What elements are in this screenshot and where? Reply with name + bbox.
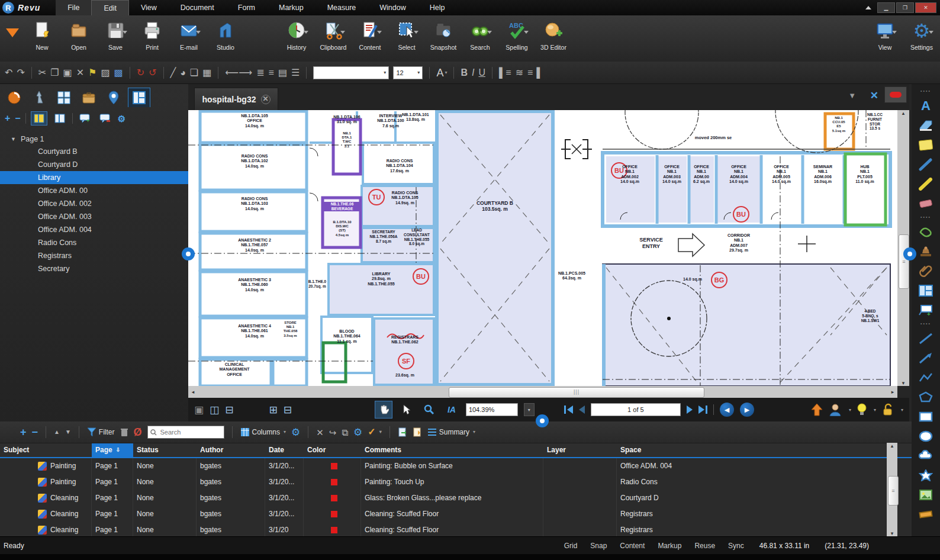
tree-item-space[interactable]: Office ADM. 004 [0, 223, 188, 236]
dimension-arrow-icon[interactable]: ⟵⟶ [225, 68, 252, 78]
column-header-status[interactable]: Status [133, 443, 197, 457]
markup-table-row[interactable]: Cleaning Page 1 None bgates 3/1/20... Cl… [0, 506, 912, 522]
right-panel-splitter-handle[interactable] [903, 247, 916, 260]
search-button[interactable]: Search [462, 15, 498, 51]
horizontal-scroll-thumb[interactable]: ||| [449, 387, 704, 398]
markup-list-scrollbar[interactable]: ▴ ≡ ▾ [887, 443, 897, 536]
lift-region-icon[interactable]: ↺ [149, 68, 156, 78]
font-color-icon[interactable]: A▾ [436, 67, 447, 78]
status-toggle[interactable]: Reuse [694, 542, 715, 550]
note-tool-icon[interactable] [918, 138, 933, 152]
split-vertical-icon[interactable]: ◫ [210, 405, 219, 415]
pan-tool-button[interactable] [375, 401, 392, 419]
stamp-tool-icon[interactable] [918, 244, 933, 259]
status-toggle[interactable]: Grid [564, 542, 578, 550]
studio-button[interactable]: Studio [207, 15, 244, 51]
remove-comment-icon[interactable] [98, 112, 113, 125]
columns-settings-gear-icon[interactable]: ⚙ [291, 427, 300, 437]
scroll-left-icon[interactable]: ◂ [188, 386, 198, 398]
add-comment-icon[interactable]: + [78, 112, 93, 125]
menu-item[interactable]: Document [169, 0, 226, 15]
menu-item[interactable]: View [129, 0, 169, 15]
menu-item[interactable]: Measure [316, 0, 368, 15]
redo-icon[interactable]: ↷ [17, 68, 24, 78]
align-center-icon[interactable]: ≋ [516, 68, 523, 78]
tab-file-access[interactable] [4, 88, 25, 107]
polygon-star-tool-icon[interactable] [918, 468, 933, 482]
tree-item-space[interactable]: Office ADM. 003 [0, 210, 188, 223]
markup-table-row[interactable]: Cleaning Page 1 None bgates 3/1/20 Clean… [0, 522, 912, 536]
collapse-ribbon-icon[interactable] [865, 6, 871, 9]
rectangle-tool-icon[interactable] [918, 410, 933, 424]
tree-item-space[interactable]: Registrars [0, 249, 188, 262]
tree-expand-icon[interactable]: ▼ [11, 136, 16, 142]
opacity-icon[interactable]: ◕ [180, 68, 186, 78]
line-tool-icon[interactable] [918, 332, 933, 346]
bullet-list-icon[interactable]: ≣ [256, 68, 264, 78]
align-right-icon[interactable]: ≡▐ [527, 68, 540, 78]
markup-settings-gear-icon[interactable]: ⚙ [353, 427, 362, 437]
markup-table-row[interactable]: Painting Page 1 None bgates 3/1/20... Pa… [0, 458, 912, 474]
flatten-up-arrow-icon[interactable] [811, 403, 823, 416]
tree-item-space[interactable]: Office ADM. 002 [0, 197, 188, 210]
left-panel-splitter-handle[interactable] [182, 247, 195, 260]
tab-list-dropdown-icon[interactable]: ▼ [848, 91, 856, 100]
tab-places[interactable] [103, 88, 124, 107]
tab-bookmarks[interactable] [28, 88, 50, 107]
font-size-select[interactable]: 12▾ [393, 66, 423, 79]
numbered-list-icon[interactable]: ≡ [269, 68, 274, 78]
close-document-icon[interactable]: ✕ [870, 89, 878, 102]
lightbulb-icon[interactable] [857, 403, 867, 416]
zoom-level-select[interactable]: 104.39% [466, 403, 518, 416]
column-header-layer[interactable]: Layer [543, 443, 617, 457]
split-horizontal-icon[interactable]: ⊟ [225, 405, 233, 415]
menu-item[interactable]: File [56, 0, 91, 15]
remove-space-icon[interactable]: − [15, 114, 20, 123]
settings-button[interactable]: ⚙ Settings [903, 15, 940, 51]
summary-button[interactable]: Summary▾ [427, 428, 475, 436]
columns-button[interactable]: Columns▾ [240, 427, 286, 437]
lasso-tool-icon[interactable] [918, 225, 933, 239]
spaces-tool-icon[interactable] [918, 284, 933, 298]
history-button[interactable]: History [278, 15, 315, 51]
spaces-list-view-icon[interactable] [31, 111, 47, 125]
spelling-button[interactable]: ABC Spelling [498, 15, 535, 51]
tab-close-icon[interactable]: ✕ [261, 95, 271, 104]
drag-handle-icon[interactable]: •••• [920, 90, 931, 94]
previous-page-button[interactable] [579, 405, 585, 414]
scroll-down-icon[interactable]: ▾ [897, 380, 909, 386]
highlighter-pen-icon[interactable] [918, 177, 933, 191]
italic-button[interactable]: I [472, 68, 474, 78]
menu-item[interactable]: Form [226, 0, 267, 15]
cut-icon[interactable]: ✂ [38, 68, 46, 78]
polygon-tool-icon[interactable] [918, 390, 933, 404]
filter-button[interactable]: Filter [87, 427, 115, 437]
last-page-button[interactable] [698, 405, 707, 414]
status-toggle[interactable]: Sync [728, 542, 744, 550]
next-page-button[interactable] [687, 405, 693, 414]
move-down-icon[interactable]: ▼ [65, 429, 71, 435]
sync-views-icon[interactable]: ⊞ [269, 405, 277, 415]
snapshot-small-icon[interactable]: ▨ [101, 68, 110, 78]
tree-item-space[interactable]: Library [0, 171, 188, 184]
vertical-scroll-thumb[interactable]: ≡ [899, 234, 909, 289]
undo-icon[interactable]: ↶ [5, 68, 12, 78]
hide-markups-icon[interactable]: Ø [134, 427, 142, 437]
text-tool-icon[interactable]: A [918, 99, 933, 113]
font-family-select[interactable]: ▾ [313, 66, 389, 79]
tab-spaces[interactable] [128, 88, 150, 107]
tree-item-space[interactable]: Radio Cons [0, 236, 188, 249]
next-view-button[interactable]: ▶ [740, 403, 754, 417]
delete-icon[interactable]: ✕ [76, 68, 84, 78]
snapshot-button[interactable]: Snapshot [425, 15, 462, 51]
page-indicator[interactable]: 1 of 5 [591, 403, 681, 416]
revu-logo-icon[interactable]: R [2, 2, 14, 14]
previous-view-button[interactable]: ◀ [720, 403, 734, 417]
callout-tool-icon[interactable]: + [918, 303, 933, 317]
bold-button[interactable]: B [461, 68, 468, 78]
line-style-icon[interactable]: ╱ [170, 68, 176, 78]
stack-views-icon[interactable]: ⊟ [284, 405, 292, 415]
save-button[interactable]: Save [97, 15, 134, 51]
markup-search-field[interactable] [147, 426, 224, 439]
zoom-tool-button[interactable] [421, 401, 437, 418]
